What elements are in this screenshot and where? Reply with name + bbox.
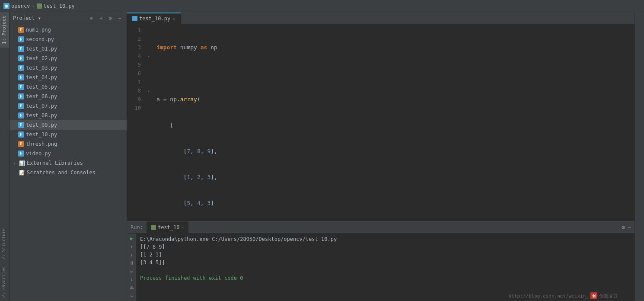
run-label: Run: bbox=[131, 224, 143, 231]
output-line-2: [1 2 3] bbox=[140, 251, 631, 259]
code-content[interactable]: import numpy as np a = np.array( [ [7, 8… bbox=[153, 24, 634, 221]
wrap-button[interactable]: ⇌ bbox=[128, 268, 136, 275]
run-tab-test10[interactable]: test_10 ✕ bbox=[147, 221, 188, 234]
file-test09py[interactable]: P test_09.py bbox=[10, 120, 127, 130]
file-icon-title bbox=[37, 3, 42, 9]
token-indent-bracket: [ bbox=[156, 121, 173, 130]
token-as: as bbox=[201, 43, 207, 52]
print-button[interactable]: 🖶 bbox=[128, 285, 136, 291]
tab-test10py[interactable]: test_10.py ✕ bbox=[127, 13, 181, 24]
token-row2-open: [ bbox=[156, 173, 187, 182]
run-gear-icon[interactable]: ⚙ bbox=[622, 224, 625, 231]
down-button[interactable]: ↓ bbox=[128, 252, 136, 258]
run-minus-icon[interactable]: − bbox=[628, 224, 631, 231]
token-c1: , bbox=[190, 147, 197, 156]
code-editor[interactable]: 1 2 3 4 5 6 7 8 9 10 ▾ bbox=[127, 24, 634, 221]
tab-label: test_10.py bbox=[139, 16, 170, 22]
line-num-8: 8 bbox=[127, 86, 144, 95]
file-test10py[interactable]: P test_10.py bbox=[10, 130, 127, 139]
editor-area: test_10.py ✕ 1 2 3 4 5 6 7 8 9 10 bbox=[127, 12, 634, 301]
settings-icon[interactable]: ⚙ bbox=[107, 15, 114, 22]
up-button[interactable]: ↑ bbox=[128, 243, 136, 250]
project-panel-title: Project ▾ bbox=[13, 15, 88, 21]
token-9: 9 bbox=[207, 147, 210, 156]
gutter-8: ▴ bbox=[144, 86, 153, 95]
file-secondpy[interactable]: P second.py bbox=[10, 35, 127, 44]
png-icon: P bbox=[18, 27, 24, 33]
file-test04py[interactable]: P test_04.py bbox=[10, 73, 127, 82]
run-header-right: ⚙ − bbox=[622, 224, 631, 231]
token-row1-close: ], bbox=[210, 147, 217, 156]
scroll-end-button[interactable]: ⤓ bbox=[128, 276, 136, 283]
token-c4: , bbox=[201, 173, 207, 182]
token-array: array bbox=[180, 95, 197, 104]
token-3b: 3 bbox=[207, 199, 210, 208]
gutter-10 bbox=[144, 104, 153, 112]
collapse-icon[interactable]: − bbox=[116, 15, 123, 22]
code-line-2 bbox=[156, 69, 634, 78]
file-test02py[interactable]: P test_02.py bbox=[10, 54, 127, 63]
line-num-3: 3 bbox=[127, 43, 144, 52]
gutter-7 bbox=[144, 78, 153, 86]
file-num1png[interactable]: P num1.png bbox=[10, 25, 127, 35]
sidebar-item-structure[interactable]: 2: Structure bbox=[0, 225, 9, 263]
globe-icon[interactable]: ⊕ bbox=[88, 15, 95, 22]
token-c5: , bbox=[190, 199, 197, 208]
tab-close-button[interactable]: ✕ bbox=[173, 16, 175, 21]
py-icon: P bbox=[18, 93, 24, 99]
py-icon: P bbox=[18, 46, 24, 52]
fold-icon-4[interactable]: ▾ bbox=[147, 54, 150, 58]
scratches-group[interactable]: › 📝 Scratches and Consoles bbox=[10, 168, 127, 177]
run-tab-close[interactable]: ✕ bbox=[181, 225, 184, 230]
line-num-6: 6 bbox=[127, 69, 144, 78]
run-content-area: ▶ ↑ ↓ ⏸ ⇌ ⤓ 🖶 » E:\Anaconda\python.exe C… bbox=[127, 234, 634, 301]
file-test03py[interactable]: P test_03.py bbox=[10, 63, 127, 73]
token-3: 3 bbox=[207, 173, 210, 182]
play-button[interactable]: ▶ bbox=[128, 235, 136, 242]
bottom-panel: Run: test_10 ✕ ⚙ − ▶ ↑ bbox=[127, 221, 634, 301]
scratches-icon: 📝 bbox=[19, 170, 25, 176]
line-num-5: 5 bbox=[127, 61, 144, 69]
split-icon[interactable]: ⊣ bbox=[97, 15, 104, 22]
file-test05py[interactable]: P test_05.py bbox=[10, 82, 127, 92]
token-dot1: . bbox=[177, 95, 180, 104]
token-c6: , bbox=[201, 199, 207, 208]
token-row3-close: ] bbox=[210, 199, 214, 208]
file-test08py[interactable]: P test_08.py bbox=[10, 111, 127, 120]
fold-icon-8[interactable]: ▴ bbox=[147, 89, 150, 93]
file-videopy[interactable]: P video.py bbox=[10, 149, 127, 158]
sidebar-item-favorites[interactable]: 2: Favorites bbox=[0, 263, 9, 301]
gutter-9 bbox=[144, 95, 153, 104]
png-icon: P bbox=[18, 141, 24, 147]
brand-icon: 创 bbox=[590, 292, 597, 299]
code-gutter: ▾ ▴ bbox=[144, 24, 153, 221]
line-num-2: 2 bbox=[127, 35, 144, 43]
file-threshpng[interactable]: P thresh.png bbox=[10, 139, 127, 149]
title-bar: ■ opencv › test_10.py bbox=[0, 0, 644, 12]
token-c3: , bbox=[190, 173, 197, 182]
line-num-7: 7 bbox=[127, 78, 144, 86]
token-np2: np bbox=[170, 95, 177, 104]
run-tab-label: test_10 bbox=[158, 224, 180, 231]
brand-label: 创新互联 bbox=[599, 293, 618, 299]
sidebar-item-project[interactable]: 1: Project bbox=[0, 12, 9, 48]
breadcrumb-separator: › bbox=[32, 3, 35, 9]
file-test07py[interactable]: P test_07.py bbox=[10, 101, 127, 111]
file-test01py[interactable]: P test_01.py bbox=[10, 44, 127, 54]
output-line-blank bbox=[140, 266, 631, 274]
watermark-brand: http://blog.csdn.net/weixin_ 创 创新互联 bbox=[509, 292, 618, 299]
app-window: ■ opencv › test_10.py 1: Project 2: Stru… bbox=[0, 0, 644, 301]
code-line-5: [7, 8, 9], bbox=[156, 147, 634, 156]
py-icon: P bbox=[18, 122, 24, 128]
external-libraries-group[interactable]: › 📊 External Libraries bbox=[10, 158, 127, 168]
pause-button[interactable]: ⏸ bbox=[128, 260, 136, 266]
output-line-1: [[7 8 9] bbox=[140, 243, 631, 251]
code-line-1: import numpy as np bbox=[156, 43, 634, 52]
more-button[interactable]: » bbox=[128, 293, 136, 299]
left-tabs: 1: Project 2: Structure 2: Favorites bbox=[0, 12, 10, 301]
file-test06py[interactable]: P test_06.py bbox=[10, 92, 127, 101]
editor-tabs: test_10.py ✕ bbox=[127, 12, 634, 24]
py-icon: P bbox=[18, 55, 24, 61]
py-icon: P bbox=[18, 150, 24, 157]
tab-file-icon bbox=[132, 16, 137, 21]
